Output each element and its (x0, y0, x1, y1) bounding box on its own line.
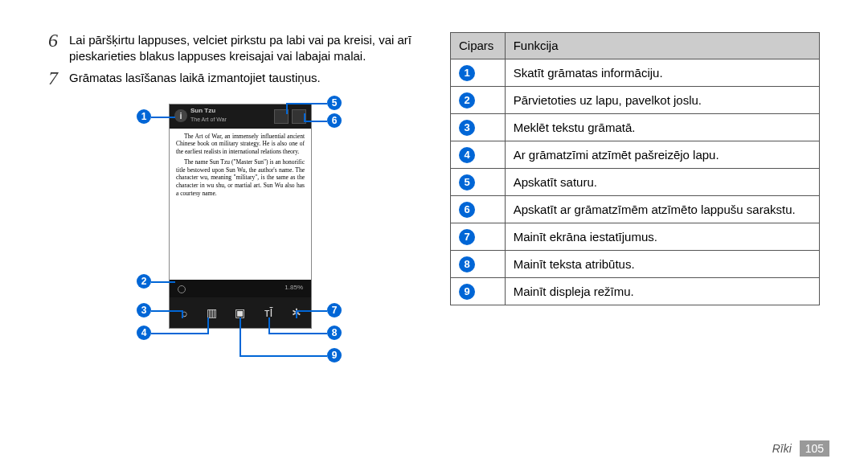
row-num: 2 (459, 92, 475, 109)
table-row: 6Apskatīt ar grāmatzīmēm atzīmēto lappuš… (451, 196, 820, 223)
callout-3: 3 (137, 303, 151, 317)
table-row: 1Skatīt grāmatas informāciju. (451, 59, 820, 87)
lead-6h (304, 121, 327, 122)
callout-7: 7 (327, 303, 342, 317)
row-num: 8 (459, 256, 475, 272)
step-7-number: 7 (48, 68, 69, 88)
lead-6v (304, 113, 305, 122)
lead-4v (207, 317, 209, 334)
book-title: Sun Tzu (190, 107, 215, 116)
step-6-text: Lai pāršķirtu lappuses, velciet pirkstu … (69, 32, 418, 65)
table-row: 8Mainīt teksta atribūtus. (451, 251, 820, 278)
step-6: 6 Lai pāršķirtu lappuses, velciet pirkst… (48, 32, 418, 65)
row-num: 7 (459, 229, 475, 245)
step-7: 7 Grāmatas lasīšanas laikā izmantojiet t… (48, 70, 418, 88)
table-row: 3Meklēt tekstu grāmatā. (451, 114, 820, 141)
lead-5h (286, 103, 327, 104)
row-num: 3 (459, 120, 475, 136)
step-6-number: 6 (48, 31, 69, 50)
row-func: Ar grāmatzīmi atzīmēt pašreizējo lapu. (505, 141, 819, 169)
header-cipars: Cipars (451, 33, 506, 59)
table-row: 9Mainīt displeja režīmu. (451, 278, 820, 305)
table-row: 2Pārvietoties uz lapu, pavelkot joslu. (451, 87, 820, 114)
callout-6: 6 (327, 113, 342, 128)
callout-9: 9 (327, 348, 342, 362)
row-func: Meklēt tekstu grāmatā. (505, 114, 819, 141)
progress-thumb-icon (178, 285, 186, 293)
lead-5v (286, 103, 288, 114)
sample-para-2: The name Sun Tzu ("Master Sun") is an ho… (176, 158, 305, 198)
lead-9h (240, 355, 327, 357)
left-column: 6 Lai pāršķirtu lappuses, velciet pirkst… (48, 32, 418, 394)
row-func: Mainīt ekrāna iestatījumus. (505, 223, 819, 251)
info-icon: i (174, 109, 187, 122)
row-func: Apskatīt ar grāmatzīmēm atzīmēto lappušu… (505, 196, 819, 223)
row-func: Apskatīt saturu. (505, 169, 819, 196)
callout-8: 8 (327, 326, 342, 340)
phone-mock: i Sun Tzu The Art of War The Art of War,… (169, 104, 312, 329)
table-row: 4Ar grāmatzīmi atzīmēt pašreizējo lapu. (451, 141, 820, 169)
section-label: Rīki (772, 442, 792, 455)
page-number: 105 (800, 440, 829, 457)
row-func: Mainīt displeja režīmu. (505, 278, 819, 305)
table-row: 5Apskatīt saturu. (451, 169, 820, 196)
lead-4h (151, 333, 207, 334)
progress-bar: 1.85% (170, 280, 311, 297)
callout-5: 5 (327, 96, 342, 110)
right-column: Cipars Funkcija 1Skatīt grāmatas informā… (450, 32, 820, 394)
row-num: 9 (459, 284, 475, 300)
search-icon: ⌕ (177, 305, 191, 320)
lead-3h (151, 310, 182, 312)
table-row: 7Mainīt ekrāna iestatījumus. (451, 223, 820, 251)
diagram: i Sun Tzu The Art of War The Art of War,… (80, 96, 386, 369)
lead-1 (151, 117, 175, 118)
lead-9v (240, 317, 241, 357)
lead-8v (268, 317, 270, 334)
functions-table: Cipars Funkcija 1Skatīt grāmatas informā… (450, 32, 820, 305)
page-footer: Rīki 105 (772, 442, 829, 455)
row-func: Skatīt grāmatas informāciju. (505, 59, 819, 87)
lead-7v (296, 310, 297, 318)
lead-3v (182, 310, 183, 318)
reader-body: The Art of War, an immensely influential… (170, 129, 311, 280)
callout-2: 2 (137, 274, 151, 289)
row-func: Mainīt teksta atribūtus. (505, 251, 819, 278)
progress-percent: 1.85% (285, 284, 303, 293)
row-func: Pārvietoties uz lapu, pavelkot joslu. (505, 87, 819, 114)
row-num: 5 (459, 174, 475, 190)
row-num: 1 (459, 65, 475, 81)
phone-header: i Sun Tzu The Art of War (170, 104, 311, 129)
table-header-row: Cipars Funkcija (451, 33, 820, 59)
lead-7h (296, 310, 327, 312)
lead-2 (151, 281, 175, 283)
sample-para-1: The Art of War, an immensely influential… (176, 133, 305, 156)
callout-4: 4 (137, 326, 151, 340)
row-num: 4 (459, 147, 475, 163)
book-subtitle: The Art of War (190, 116, 227, 123)
header-funkcija: Funkcija (505, 33, 819, 59)
lead-8h (268, 333, 327, 334)
row-num: 6 (459, 202, 475, 218)
callout-1: 1 (137, 109, 151, 124)
step-7-text: Grāmatas lasīšanas laikā izmantojiet tau… (69, 70, 418, 86)
